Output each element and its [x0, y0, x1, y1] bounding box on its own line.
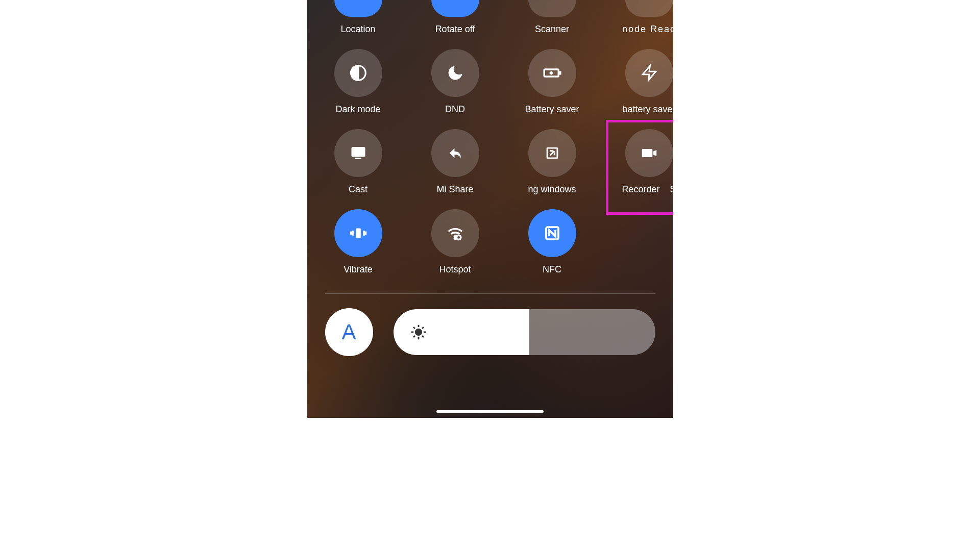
tile-floating-windows[interactable]: ng windows [519, 129, 585, 195]
tile-vibrate[interactable]: Vibrate [325, 209, 391, 275]
floating-window-icon [528, 129, 576, 177]
tile-label: node Reac [616, 24, 673, 35]
svg-rect-9 [356, 229, 361, 238]
tile-label: Recorder S [616, 184, 673, 195]
tile-label: Dark mode [335, 104, 380, 115]
tile-scanner[interactable]: Scanner [519, 0, 585, 35]
location-icon [334, 0, 382, 17]
bolt-icon [625, 49, 673, 97]
tile-hotspot[interactable]: Hotspot [422, 209, 488, 275]
hotspot-icon [431, 209, 479, 257]
svg-point-13 [415, 329, 421, 335]
tile-screen-recorder[interactable]: Recorder S [616, 129, 673, 195]
cast-icon [334, 129, 382, 177]
tile-label: Location [340, 24, 375, 35]
auto-brightness-label: A [341, 320, 356, 344]
tile-mi-share[interactable]: Mi Share [422, 129, 488, 195]
tile-reading-mode[interactable]: node Reac [616, 0, 673, 35]
tile-label: NFC [543, 264, 561, 275]
tile-rotate[interactable]: Rotate off [422, 0, 488, 35]
video-camera-icon [625, 129, 673, 177]
svg-line-20 [413, 336, 415, 337]
svg-line-19 [422, 336, 424, 337]
tile-cast[interactable]: Cast [325, 129, 391, 195]
tile-dnd[interactable]: DND [422, 49, 488, 115]
tile-battery-saver[interactable]: Battery saver [519, 49, 585, 115]
brightness-slider[interactable] [394, 309, 655, 355]
battery-plus-icon [528, 49, 576, 97]
tile-label: battery saver [622, 104, 673, 115]
control-center-panel: Location Rotate off Scanner node Reac Da… [307, 0, 673, 418]
quick-settings-grid: Location Rotate off Scanner node Reac Da… [307, 0, 673, 275]
moon-icon [431, 49, 479, 97]
vibrate-icon [334, 209, 382, 257]
tile-label: Cast [349, 184, 368, 195]
tile-location[interactable]: Location [325, 0, 391, 35]
divider [325, 293, 655, 294]
tile-super-battery-saver[interactable]: battery saver [616, 49, 673, 115]
tile-label: Hotspot [439, 264, 471, 275]
svg-marker-5 [643, 66, 656, 80]
tile-nfc[interactable]: NFC [519, 209, 585, 275]
scanner-icon [528, 0, 576, 17]
dark-mode-icon [334, 49, 382, 97]
rotate-icon [431, 0, 479, 17]
share-icon [431, 129, 479, 177]
svg-rect-6 [352, 148, 364, 157]
tile-label: Battery saver [525, 104, 579, 115]
tile-label: ng windows [519, 184, 585, 195]
tile-label: Scanner [535, 24, 569, 35]
sun-icon [410, 323, 427, 341]
brightness-row: A [307, 308, 673, 356]
tile-dark-mode[interactable]: Dark mode [325, 49, 391, 115]
svg-line-18 [413, 327, 415, 329]
tile-label: Rotate off [435, 24, 475, 35]
tile-label: DND [445, 104, 465, 115]
brightness-fill [394, 309, 530, 355]
svg-line-21 [422, 327, 424, 329]
auto-brightness-button[interactable]: A [325, 308, 373, 356]
svg-point-11 [456, 235, 460, 239]
tile-label: Vibrate [344, 264, 373, 275]
nfc-icon [528, 209, 576, 257]
tile-label: Mi Share [436, 184, 473, 195]
reading-mode-icon [625, 0, 673, 17]
home-indicator[interactable] [436, 410, 544, 413]
